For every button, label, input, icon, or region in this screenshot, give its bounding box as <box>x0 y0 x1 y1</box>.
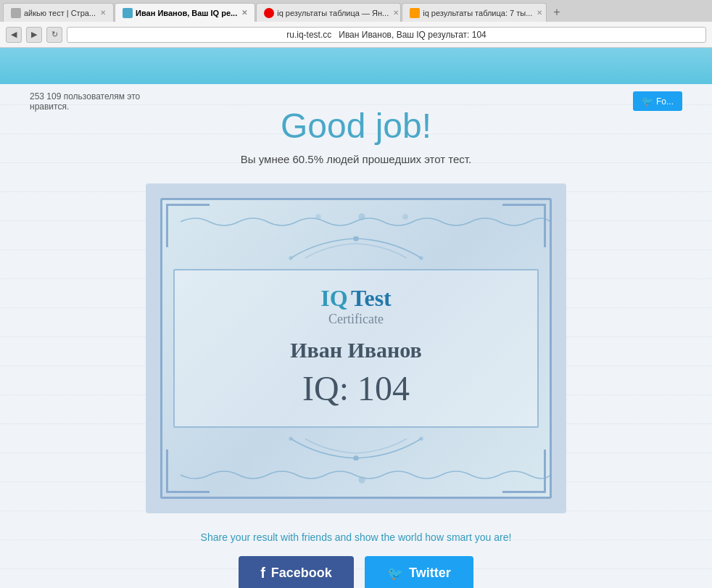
cert-iq-score: IQ: 104 <box>196 368 516 408</box>
new-tab-button[interactable]: + <box>547 3 566 22</box>
tab-favicon-1 <box>11 8 21 18</box>
tab-1[interactable]: айкью тест | Стра... ✕ <box>3 3 114 22</box>
cert-top-border <box>173 211 550 233</box>
share-text: Share your result with friends and show … <box>44 531 668 543</box>
cert-iq-word: IQ <box>320 285 347 311</box>
certificate-inner: IQ Test Certificate Иван Иванов IQ: 104 <box>173 269 539 428</box>
good-job-heading: Good job! <box>44 106 668 146</box>
address-bar: ◀ ▶ ↻ <box>0 22 712 48</box>
certificate-wrapper: IQ Test Certificate Иван Иванов IQ: 104 <box>146 183 566 513</box>
tab-favicon-2 <box>123 8 133 18</box>
twitter-share-button[interactable]: 🐦 Twitter <box>365 556 473 588</box>
cert-subtitle: Certificate <box>196 312 516 327</box>
social-proof-text: 253 109 пользователям этонравится. <box>30 91 140 112</box>
svg-point-0 <box>359 214 365 220</box>
forward-button[interactable]: ▶ <box>26 27 42 43</box>
cert-arch-top <box>173 236 539 262</box>
svg-point-1 <box>316 215 320 219</box>
page-content: 253 109 пользователям этонравится. 🐦 Fo.… <box>30 84 682 588</box>
tab-close-1[interactable]: ✕ <box>100 9 106 17</box>
subtitle-text: Вы умнее 60.5% людей прошедших этот тест… <box>44 153 668 165</box>
corner-bl <box>166 450 210 493</box>
cert-bottom-border <box>173 464 550 486</box>
follow-button-wrapper: 🐦 Fo... <box>633 91 682 111</box>
share-buttons: f Facebook 🐦 Twitter <box>44 556 668 588</box>
tab-bar: айкью тест | Стра... ✕ Иван Иванов, Ваш … <box>0 0 712 22</box>
tab-favicon-4 <box>410 8 420 18</box>
svg-point-8 <box>420 437 423 440</box>
cert-name: Иван Иванов <box>196 338 516 363</box>
cert-score-value: 104 <box>357 369 410 407</box>
twitter-icon: 🐦 <box>387 566 403 581</box>
cert-test-word: Test <box>351 285 392 311</box>
facebook-share-button[interactable]: f Facebook <box>239 556 354 588</box>
back-button[interactable]: ◀ <box>6 27 22 43</box>
twitter-follow-button[interactable]: 🐦 Fo... <box>633 91 682 111</box>
tab-close-4[interactable]: ✕ <box>537 9 542 17</box>
svg-point-4 <box>289 257 292 260</box>
top-banner <box>0 48 712 84</box>
twitter-label: Twitter <box>409 566 451 581</box>
tab-2[interactable]: Иван Иванов, Ваш IQ ре... ✕ <box>115 3 255 22</box>
facebook-label: Facebook <box>271 566 332 581</box>
tab-3[interactable]: iq результаты таблица — Ян... ✕ <box>256 3 401 22</box>
address-input[interactable] <box>67 27 706 43</box>
follow-label: Fo... <box>656 96 674 107</box>
cert-arch-bottom <box>173 435 539 460</box>
browser-chrome: айкью тест | Стра... ✕ Иван Иванов, Ваш … <box>0 0 712 48</box>
svg-point-2 <box>403 215 407 219</box>
svg-point-5 <box>420 257 423 260</box>
certificate-outer: IQ Test Certificate Иван Иванов IQ: 104 <box>160 198 552 499</box>
tab-close-3[interactable]: ✕ <box>393 9 399 17</box>
reload-button[interactable]: ↻ <box>46 27 62 43</box>
corner-tl <box>166 204 210 247</box>
corner-br <box>502 450 546 493</box>
tab-4[interactable]: iq результаты таблица: 7 ты... ✕ <box>402 3 547 22</box>
svg-point-6 <box>354 456 358 460</box>
corner-tr <box>502 204 546 247</box>
facebook-icon: f <box>260 565 265 581</box>
svg-point-9 <box>359 477 365 483</box>
svg-point-3 <box>354 236 358 241</box>
certificate: IQ Test Certificate Иван Иванов IQ: 104 <box>146 183 566 513</box>
social-proof: 253 109 пользователям этонравится. <box>30 91 153 112</box>
cert-iq-label: IQ: <box>302 369 349 407</box>
tab-favicon-3 <box>264 8 274 18</box>
tab-close-2[interactable]: ✕ <box>241 9 247 17</box>
cert-title: IQ Test <box>196 285 516 312</box>
twitter-bird-icon: 🐦 <box>642 96 653 107</box>
svg-point-7 <box>289 437 292 440</box>
